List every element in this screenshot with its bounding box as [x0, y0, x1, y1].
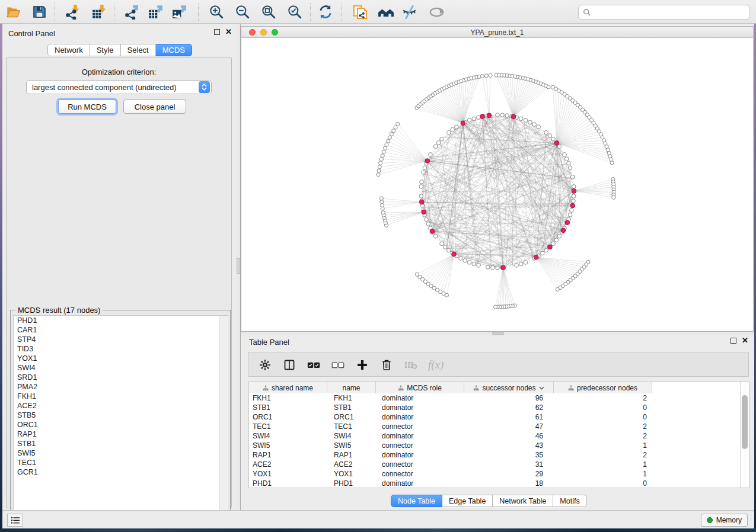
table-row[interactable]: FKH1FKH1dominator962	[249, 393, 740, 403]
network-node[interactable]	[440, 242, 444, 246]
tab-motifs[interactable]: Motifs	[553, 495, 586, 507]
network-leaf-node[interactable]	[396, 122, 400, 126]
network-node[interactable]	[500, 113, 505, 117]
network-node[interactable]	[564, 157, 569, 161]
table-scrollbar-thumb[interactable]	[742, 395, 748, 449]
network-node[interactable]	[486, 265, 490, 270]
network-node[interactable]	[451, 127, 455, 132]
import-table-icon[interactable]	[91, 4, 107, 20]
delete-column-icon[interactable]	[379, 358, 394, 372]
mcds-hub-node[interactable]	[419, 200, 424, 204]
network-leaf-node[interactable]	[381, 154, 384, 158]
network-node[interactable]	[551, 137, 556, 141]
network-node[interactable]	[419, 185, 423, 189]
mcds-result-item[interactable]: PMA2	[14, 382, 228, 392]
network-node[interactable]	[570, 209, 574, 213]
network-node[interactable]	[420, 180, 424, 184]
network-leaf-node[interactable]	[378, 165, 381, 169]
network-node[interactable]	[477, 264, 481, 268]
network-leaf-node[interactable]	[392, 129, 395, 133]
network-leaf-node[interactable]	[377, 169, 381, 172]
network-node[interactable]	[472, 117, 476, 121]
network-node[interactable]	[568, 213, 572, 217]
task-history-button[interactable]	[7, 514, 23, 527]
export-image-icon[interactable]	[171, 4, 187, 20]
network-leaf-node[interactable]	[379, 161, 382, 165]
network-node[interactable]	[425, 217, 429, 222]
tab-node-table[interactable]: Node Table	[391, 495, 442, 507]
mcds-result-item[interactable]: YOX1	[14, 354, 228, 363]
network-leaf-node[interactable]	[386, 139, 390, 143]
tab-mcds[interactable]: MCDS	[156, 44, 192, 56]
network-node[interactable]	[491, 265, 495, 270]
network-node[interactable]	[528, 120, 532, 124]
mcds-hub-node[interactable]	[425, 159, 430, 164]
result-list-scrollbar[interactable]	[219, 316, 227, 527]
network-node[interactable]	[572, 185, 576, 189]
network-node[interactable]	[419, 194, 423, 198]
network-node[interactable]	[554, 238, 559, 242]
network-node[interactable]	[505, 114, 509, 118]
open-file-icon[interactable]	[5, 4, 21, 20]
tab-network[interactable]: Network	[47, 44, 90, 56]
table-row[interactable]: SWI4SWI4dominator462	[249, 431, 740, 441]
network-node[interactable]	[472, 262, 476, 266]
network-node[interactable]	[467, 261, 471, 265]
network-node[interactable]	[446, 248, 451, 252]
mcds-result-item[interactable]: STP4	[14, 335, 228, 344]
network-node[interactable]	[429, 153, 433, 157]
network-node[interactable]	[532, 123, 537, 127]
network-node[interactable]	[548, 134, 552, 138]
mcds-result-item[interactable]: PHD1	[14, 316, 228, 325]
network-node[interactable]	[515, 264, 519, 268]
network-leaf-node[interactable]	[612, 196, 615, 199]
network-node[interactable]	[541, 251, 545, 255]
network-node[interactable]	[446, 130, 451, 134]
zoom-out-icon[interactable]	[234, 4, 251, 20]
network-node[interactable]	[544, 248, 548, 252]
mcds-hub-node[interactable]	[461, 121, 465, 126]
mcds-hub-node[interactable]	[511, 114, 516, 119]
network-node[interactable]	[519, 262, 524, 266]
import-network-icon[interactable]	[64, 4, 81, 20]
tab-select[interactable]: Select	[121, 44, 156, 56]
network-leaf-node[interactable]	[390, 132, 393, 136]
mcds-result-item[interactable]: ORC1	[14, 420, 228, 430]
network-node[interactable]	[572, 194, 576, 198]
table-settings-gear-icon[interactable]	[258, 358, 272, 372]
network-node[interactable]	[524, 261, 528, 265]
table-row[interactable]: SWI5SWI5connector431	[249, 441, 740, 450]
network-node[interactable]	[463, 258, 467, 262]
mcds-result-item[interactable]: ACE2	[14, 401, 228, 411]
network-node[interactable]	[433, 145, 438, 149]
mcds-hub-node[interactable]	[570, 203, 575, 208]
mcds-result-list[interactable]: PHD1CAR1STP4TID3YOX1SWI4SRD1PMA2FKH1ACE2…	[13, 315, 228, 528]
mcds-result-item[interactable]: FKH1	[14, 392, 228, 401]
network-canvas[interactable]	[241, 38, 753, 331]
network-node[interactable]	[467, 118, 471, 123]
mcds-hub-node[interactable]	[422, 210, 426, 214]
tab-network-table[interactable]: Network Table	[493, 495, 553, 507]
column-header-successor-nodes[interactable]: successor nodes	[464, 382, 554, 393]
zoom-in-icon[interactable]	[208, 4, 225, 20]
mcds-result-item[interactable]: TEC1	[14, 458, 228, 467]
network-node[interactable]	[443, 245, 447, 249]
network-window-titlebar[interactable]: YPA_prune.txt_1	[241, 27, 753, 38]
close-table-panel-icon[interactable]: ✕	[742, 338, 748, 344]
network-node[interactable]	[436, 140, 441, 145]
network-leaf-node[interactable]	[388, 136, 391, 139]
run-mcds-button[interactable]: Run MCDS	[58, 100, 116, 114]
select-all-icon[interactable]	[307, 358, 321, 372]
network-leaf-node[interactable]	[377, 173, 380, 177]
network-leaf-node[interactable]	[385, 143, 388, 146]
criterion-select[interactable]: largest connected component (undirected)	[26, 80, 212, 94]
network-node[interactable]	[570, 175, 575, 180]
network-node[interactable]	[557, 235, 562, 239]
network-node[interactable]	[572, 199, 576, 203]
network-leaf-node[interactable]	[379, 158, 383, 161]
network-leaf-node[interactable]	[379, 197, 383, 200]
network-leaf-node[interactable]	[489, 73, 492, 77]
network-node[interactable]	[544, 130, 548, 134]
network-node[interactable]	[496, 113, 500, 117]
search-input[interactable]	[594, 8, 749, 17]
